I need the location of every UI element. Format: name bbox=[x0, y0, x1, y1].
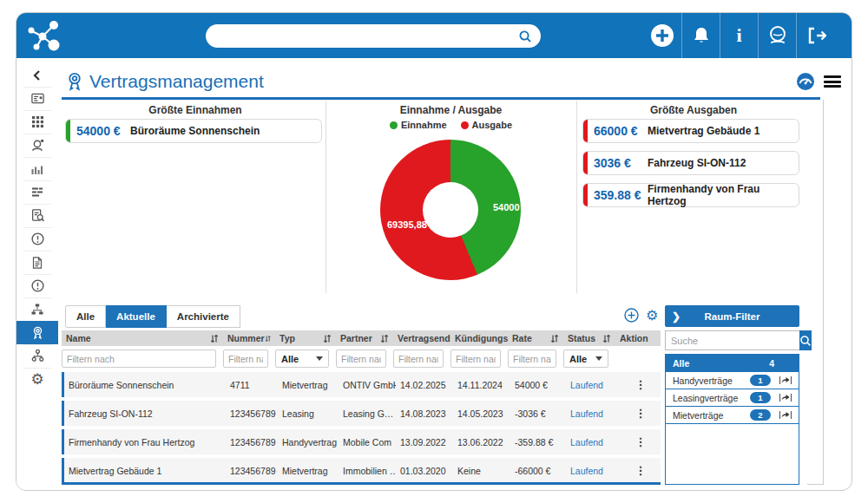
table-row[interactable]: Firmenhandy von Frau Hertzog 123456789 H… bbox=[62, 429, 661, 454]
collapse-icon bbox=[31, 69, 43, 82]
row-actions-kebab-icon[interactable]: ⋮ bbox=[618, 464, 663, 477]
add-button[interactable] bbox=[643, 13, 681, 58]
grid-icon bbox=[31, 115, 44, 128]
legend-ausgabe[interactable]: Ausgabe bbox=[461, 120, 512, 130]
filter-status-select[interactable]: Alle bbox=[563, 349, 608, 368]
rosette-icon bbox=[65, 71, 84, 92]
settings-gear-icon: ⚙ bbox=[30, 372, 43, 387]
status-link[interactable]: Laufend bbox=[566, 380, 618, 390]
filter-nummer-input[interactable] bbox=[223, 349, 268, 368]
app-logo-icon[interactable] bbox=[25, 17, 65, 54]
col-header-aktion: Aktion bbox=[615, 333, 661, 343]
sidebar-item-settings[interactable]: ⚙ bbox=[16, 368, 58, 391]
person-pin-icon bbox=[30, 138, 45, 153]
sitemap-icon bbox=[30, 303, 44, 317]
expense-card[interactable]: 359.88 € Firmenhandy von Frau Hertzog bbox=[582, 183, 799, 207]
donut-chart: 54000 69395,88 bbox=[380, 140, 521, 280]
sidebar-item-reminders[interactable] bbox=[16, 274, 58, 297]
expenses-panel-title: Größte Ausgaben bbox=[576, 104, 811, 116]
filter-name-input[interactable] bbox=[62, 349, 216, 368]
chevron-down-icon bbox=[316, 356, 323, 361]
right-rail-divider bbox=[823, 100, 824, 484]
sidebar-item-contacts[interactable] bbox=[16, 134, 58, 157]
filter-row: Alle Alle bbox=[62, 349, 661, 369]
row-actions-kebab-icon[interactable]: ⋮ bbox=[618, 378, 663, 391]
sidebar-item-hierarchy[interactable] bbox=[16, 297, 58, 321]
bell-icon bbox=[692, 26, 711, 45]
sidebar-item-documents[interactable] bbox=[16, 251, 58, 274]
search-icon[interactable] bbox=[518, 29, 532, 43]
col-header-name[interactable]: Name bbox=[62, 333, 223, 343]
menu-icon[interactable] bbox=[824, 75, 841, 88]
document-search-icon bbox=[30, 208, 45, 223]
filter-rate-input[interactable] bbox=[508, 349, 556, 368]
col-header-typ[interactable]: Typ bbox=[275, 333, 336, 343]
expense-card[interactable]: 3036 € Fahrzeug SI-ON-112 bbox=[582, 151, 799, 175]
tab-aktuelle[interactable]: Aktuelle bbox=[106, 305, 167, 328]
raum-filter-list: Alle 4 Handyverträge 1 Leasingverträge 1… bbox=[665, 354, 799, 485]
filter-typ-select[interactable]: Alle bbox=[275, 349, 329, 368]
raum-filter-item[interactable]: Handyverträge 1 bbox=[666, 372, 799, 389]
sidebar-item-organization[interactable] bbox=[16, 344, 58, 368]
sidebar-item-dashboard[interactable] bbox=[16, 87, 58, 110]
sidebar-item-alerts[interactable] bbox=[16, 227, 58, 251]
logout-button[interactable] bbox=[796, 13, 834, 58]
row-actions-kebab-icon[interactable]: ⋮ bbox=[618, 407, 663, 420]
sort-icon bbox=[323, 334, 332, 343]
col-header-kuendigung[interactable]: Kündigungs... bbox=[450, 333, 508, 343]
col-header-rate[interactable]: Rate bbox=[508, 333, 563, 343]
share-icon[interactable] bbox=[776, 393, 795, 402]
sidebar-item-document-search[interactable] bbox=[16, 204, 58, 227]
table-settings-gear-icon[interactable]: ⚙ bbox=[646, 309, 658, 323]
global-search-input[interactable] bbox=[214, 30, 518, 42]
filter-partner-input[interactable] bbox=[336, 349, 386, 368]
bar-chart-icon bbox=[30, 162, 44, 176]
count-badge: 2 bbox=[750, 409, 771, 421]
raum-filter-item-alle[interactable]: Alle 4 bbox=[666, 355, 799, 372]
tab-archivierte[interactable]: Archivierte bbox=[167, 305, 240, 328]
status-link[interactable]: Laufend bbox=[566, 437, 618, 447]
org-chart-icon bbox=[30, 349, 45, 363]
raum-filter-item[interactable]: Mietverträge 2 bbox=[666, 407, 799, 424]
expense-card[interactable]: 66000 € Mietvertrag Gebäude 1 bbox=[582, 119, 799, 143]
task-list-icon bbox=[30, 186, 44, 199]
raum-filter-item[interactable]: Leasingverträge 1 bbox=[666, 389, 799, 407]
table-row[interactable]: Büroräume Sonnenschein 4711 Mietvertrag … bbox=[62, 372, 661, 397]
legend-einnahme[interactable]: Einnahme bbox=[390, 120, 447, 130]
user-profile-button[interactable] bbox=[758, 13, 796, 58]
sidebar-item-modules[interactable] bbox=[16, 110, 58, 134]
legend-dot-red bbox=[461, 121, 469, 129]
sort-icon bbox=[550, 334, 559, 343]
share-icon[interactable] bbox=[776, 410, 795, 420]
tab-alle[interactable]: Alle bbox=[65, 305, 106, 328]
share-icon[interactable] bbox=[776, 376, 795, 385]
raum-filter-header[interactable]: ❯ Raum-Filter bbox=[665, 305, 799, 327]
sidebar-item-statistics[interactable] bbox=[16, 157, 58, 180]
col-header-status[interactable]: Status bbox=[563, 333, 615, 343]
filter-vertragsende-input[interactable] bbox=[393, 349, 444, 368]
sidebar-item-contract-management[interactable] bbox=[16, 321, 58, 344]
chevron-right-icon[interactable]: ❯ bbox=[672, 310, 681, 323]
table-row[interactable]: Mietvertrag Gebäude 1 123456789 Mietvert… bbox=[62, 458, 661, 483]
page-title: Vertragsmanagement bbox=[89, 71, 264, 92]
sidebar-collapse-button[interactable] bbox=[16, 63, 58, 87]
income-card[interactable]: 54000 € Büroräume Sonnenschein bbox=[65, 119, 322, 143]
status-link[interactable]: Laufend bbox=[566, 466, 618, 476]
col-header-vertragsende[interactable]: Vertragsende bbox=[393, 333, 450, 343]
table-row[interactable]: Fahrzeug SI-ON-112 123456789 Leasing Lea… bbox=[62, 401, 661, 426]
sidebar-item-tasks[interactable] bbox=[16, 180, 58, 204]
col-header-partner[interactable]: Partner bbox=[336, 333, 393, 343]
info-icon: i bbox=[736, 24, 741, 47]
speedometer-icon[interactable] bbox=[796, 72, 815, 91]
filter-kuendigung-input[interactable] bbox=[450, 349, 501, 368]
raum-filter-search-button[interactable] bbox=[799, 330, 812, 350]
row-actions-kebab-icon[interactable]: ⋮ bbox=[618, 435, 663, 448]
raum-filter-search-input[interactable] bbox=[665, 330, 799, 350]
notifications-button[interactable] bbox=[681, 13, 720, 58]
info-button[interactable]: i bbox=[720, 13, 758, 58]
document-icon bbox=[30, 256, 44, 270]
add-circle-icon[interactable] bbox=[624, 308, 639, 323]
status-link[interactable]: Laufend bbox=[566, 408, 618, 419]
col-header-nummer[interactable]: Nummer bbox=[223, 333, 275, 343]
table-tabs: Alle Aktuelle Archivierte bbox=[65, 305, 240, 328]
